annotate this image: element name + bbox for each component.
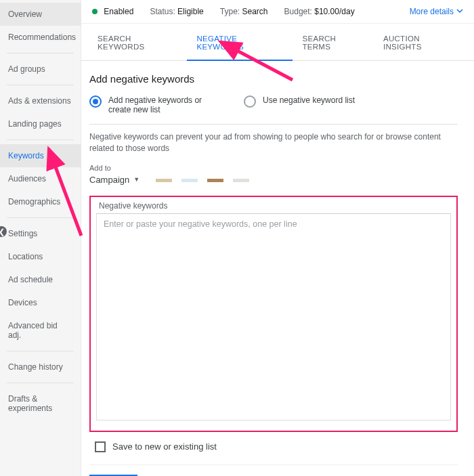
divider xyxy=(7,217,74,218)
campaign-type: Type: Search xyxy=(220,7,268,16)
sidebar-item-recommendations[interactable]: Recommendations xyxy=(0,26,81,49)
sidebar-item-ad-schedule[interactable]: Ad schedule xyxy=(0,268,81,291)
tab-search-terms[interactable]: SEARCH TERMS xyxy=(293,24,373,60)
sidebar-item-drafts-experiments[interactable]: Drafts & experiments xyxy=(0,387,81,420)
status-dot-icon xyxy=(92,9,98,14)
swatch xyxy=(181,179,198,182)
swatch xyxy=(207,179,223,182)
sidebar-item-overview[interactable]: Overview xyxy=(0,3,81,26)
sidebar-item-change-history[interactable]: Change history xyxy=(0,355,81,378)
sidebar-item-keywords[interactable]: Keywords xyxy=(0,144,81,167)
helper-text: Negative keywords can prevent your ad fr… xyxy=(89,131,458,154)
campaign-enabled[interactable]: Enabled xyxy=(92,7,133,16)
sidebar-item-demographics[interactable]: Demographics xyxy=(0,190,81,213)
radio-icon xyxy=(244,95,256,108)
divider xyxy=(7,139,74,140)
save-to-list-checkbox[interactable] xyxy=(95,441,106,452)
addto-label: Add to xyxy=(89,164,139,172)
campaign-status-bar: Enabled Status: Eligible Type: Search Bu… xyxy=(81,0,474,24)
divider xyxy=(7,53,74,53)
sidebar-item-ads-extensions[interactable]: Ads & extensions xyxy=(0,89,81,112)
radio-add-keywords[interactable]: Add negative keywords or create new list xyxy=(89,95,225,114)
radio-icon xyxy=(89,95,102,108)
keyword-tabs: SEARCH KEYWORDS NEGATIVE KEYWORDS SEARCH… xyxy=(81,24,474,61)
sidebar-item-advanced-bid[interactable]: Advanced bid adj. xyxy=(0,314,81,347)
sidebar: Overview Recommendations Ad groups Ads &… xyxy=(0,0,81,476)
save-to-list-label: Save to new or existing list xyxy=(112,441,217,452)
sidebar-item-locations[interactable]: Locations xyxy=(0,245,81,268)
field-label: Negative keywords xyxy=(99,201,451,211)
campaign-budget: Budget: $10.00/day xyxy=(284,7,355,16)
swatch xyxy=(156,179,172,182)
addto-dropdown[interactable]: Campaign ▼ xyxy=(89,175,139,185)
swatch xyxy=(233,179,249,182)
dropdown-caret-icon: ▼ xyxy=(133,176,139,183)
tab-search-keywords[interactable]: SEARCH KEYWORDS xyxy=(88,24,187,60)
action-bar: SAVE CANCEL xyxy=(89,464,458,476)
campaign-status: Status: Eligible xyxy=(150,7,203,16)
content: Add negative keywords Add negative keywo… xyxy=(81,61,474,476)
sidebar-item-devices[interactable]: Devices xyxy=(0,291,81,314)
tab-auction-insights[interactable]: AUCTION INSIGHTS xyxy=(374,24,467,60)
main: Enabled Status: Eligible Type: Search Bu… xyxy=(81,0,474,476)
divider xyxy=(7,383,74,383)
negative-keywords-card: Negative keywords xyxy=(89,196,458,432)
sidebar-item-settings[interactable]: Settings xyxy=(0,222,81,245)
tab-negative-keywords[interactable]: NEGATIVE KEYWORDS xyxy=(187,24,293,60)
negative-keywords-input[interactable] xyxy=(96,213,451,420)
divider xyxy=(7,85,74,85)
negative-keyword-mode: Add negative keywords or create new list… xyxy=(89,95,458,125)
page-title: Add negative keywords xyxy=(89,73,458,85)
color-strip xyxy=(156,179,249,182)
sidebar-item-ad-groups[interactable]: Ad groups xyxy=(0,58,81,81)
radio-use-list[interactable]: Use negative keyword list xyxy=(244,95,355,108)
more-details-link[interactable]: More details xyxy=(410,7,463,16)
sidebar-item-landing-pages[interactable]: Landing pages xyxy=(0,112,81,135)
divider xyxy=(7,351,74,351)
sidebar-item-audiences[interactable]: Audiences xyxy=(0,167,81,190)
chevron-down-icon xyxy=(456,7,463,16)
